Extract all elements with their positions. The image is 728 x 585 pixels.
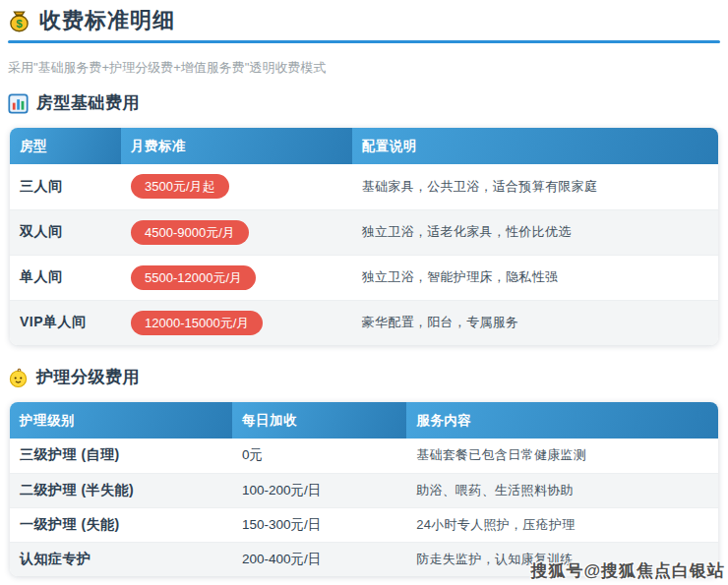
room-fees-table-body: 三人间3500元/月起基础家具，公共卫浴，适合预算有限家庭双人间4500-900… (10, 164, 718, 345)
title-divider (8, 40, 720, 43)
row-description-cell: 基础套餐已包含日常健康监测 (406, 439, 718, 473)
row-price-cell: 5500-12000元/月 (121, 255, 352, 300)
column-header-config: 配置说明 (352, 128, 718, 164)
row-price-cell: 100-200元/日 (232, 473, 406, 507)
row-name-cell: 三人间 (10, 164, 121, 209)
column-header-daily-surcharge: 每日加收 (232, 402, 406, 439)
care-fees-table-body: 三级护理 (自理)0元基础套餐已包含日常健康监测二级护理 (半失能)100-20… (10, 439, 718, 576)
table-row: 三级护理 (自理)0元基础套餐已包含日常健康监测 (10, 439, 718, 473)
baby-face-icon (8, 368, 29, 388)
row-name-cell: 二级护理 (半失能) (10, 473, 232, 507)
row-name-cell: 一级护理 (失能) (10, 507, 232, 542)
table-row: 一级护理 (失能)150-300元/日24小时专人照护，压疮护理 (10, 507, 718, 542)
price-badge: 3500元/月起 (131, 174, 229, 199)
section-heading-care-fees: 护理分级费用 (8, 367, 720, 388)
row-description-cell: 独立卫浴，适老化家具，性价比优选 (352, 209, 718, 255)
section-heading-room-fees: 房型基础费用 (8, 92, 720, 114)
column-header-care-level: 护理级别 (10, 402, 232, 439)
money-bag-icon: $ (8, 10, 30, 32)
price-badge: 4500-9000元/月 (131, 220, 249, 245)
column-header-service-content: 服务内容 (406, 402, 718, 439)
table-row: 单人间5500-12000元/月独立卫浴，智能护理床，隐私性强 (10, 255, 718, 300)
room-fees-table-card: 房型 月费标准 配置说明 三人间3500元/月起基础家具，公共卫浴，适合预算有限… (10, 128, 718, 345)
column-header-room-type: 房型 (10, 128, 121, 164)
table-row: VIP单人间12000-15000元/月豪华配置，阳台，专属服务 (10, 300, 718, 345)
pricing-mode-subtitle: 采用"基础服务费+护理分级费+增值服务费"透明收费模式 (8, 60, 720, 76)
row-name-cell: 双人间 (10, 209, 121, 255)
row-name-cell: 三级护理 (自理) (10, 439, 232, 473)
price-badge: 5500-12000元/月 (131, 265, 256, 290)
row-description-cell: 豪华配置，阳台，专属服务 (352, 300, 718, 345)
price-badge: 12000-15000元/月 (131, 311, 263, 335)
section-heading-label: 护理分级费用 (36, 367, 140, 388)
row-price-cell: 12000-15000元/月 (121, 300, 352, 345)
row-name-cell: VIP单人间 (10, 300, 121, 345)
page-title: 收费标准明细 (39, 8, 175, 33)
table-row: 三人间3500元/月起基础家具，公共卫浴，适合预算有限家庭 (10, 164, 718, 209)
row-price-cell: 3500元/月起 (121, 164, 352, 209)
svg-text:$: $ (16, 18, 23, 29)
row-description-cell: 基础家具，公共卫浴，适合预算有限家庭 (352, 164, 718, 209)
row-name-cell: 单人间 (10, 255, 121, 300)
table-row: 双人间4500-9000元/月独立卫浴，适老化家具，性价比优选 (10, 209, 718, 255)
section-heading-label: 房型基础费用 (36, 92, 140, 114)
care-fees-table-card: 护理级别 每日加收 服务内容 三级护理 (自理)0元基础套餐已包含日常健康监测二… (10, 402, 718, 576)
row-description-cell: 助浴、喂药、生活照料协助 (406, 473, 718, 507)
column-header-monthly-fee: 月费标准 (121, 128, 352, 164)
bar-chart-icon (8, 93, 29, 114)
watermark: 搜狐号@搜狐焦点白银站 (530, 559, 725, 582)
page-header: $ 收费标准明细 (0, 0, 728, 40)
table-header-row: 房型 月费标准 配置说明 (10, 128, 718, 164)
care-fees-table: 护理级别 每日加收 服务内容 三级护理 (自理)0元基础套餐已包含日常健康监测二… (10, 402, 718, 576)
row-description-cell: 独立卫浴，智能护理床，隐私性强 (352, 255, 718, 300)
table-row: 二级护理 (半失能)100-200元/日助浴、喂药、生活照料协助 (10, 473, 718, 507)
room-fees-table: 房型 月费标准 配置说明 三人间3500元/月起基础家具，公共卫浴，适合预算有限… (10, 128, 718, 345)
row-price-cell: 0元 (232, 439, 406, 473)
row-price-cell: 200-400元/日 (232, 542, 406, 576)
row-price-cell: 150-300元/日 (232, 507, 406, 542)
row-price-cell: 4500-9000元/月 (121, 209, 352, 255)
table-header-row: 护理级别 每日加收 服务内容 (10, 402, 718, 439)
row-name-cell: 认知症专护 (10, 542, 232, 576)
row-description-cell: 24小时专人照护，压疮护理 (406, 507, 718, 542)
